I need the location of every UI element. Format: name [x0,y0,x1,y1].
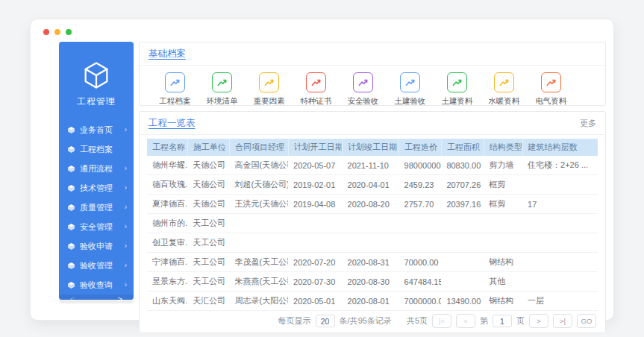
project-list-title[interactable]: 工程一览表 [149,117,196,130]
cube-logo-icon [81,60,112,91]
archive-shortcut[interactable]: 工程档案 [151,72,198,107]
archive-shortcut-label: 土建资料 [442,96,473,107]
cell-structure-type [484,233,522,253]
table-column-header[interactable]: 工程造价 [399,139,442,156]
archive-card-header: 基础档案 [140,42,605,66]
archive-section-title[interactable]: 基础档案 [149,48,186,60]
table-column-header[interactable]: 计划开工日期 [288,139,342,156]
cell-planned-end-date: 2020-08-01 [343,292,399,311]
page-suffix-label: 页 [516,315,525,327]
sidebar-menu-item[interactable]: 质量管理 › [59,198,134,217]
table-column-header[interactable]: 工程面积 [441,139,484,156]
archive-shortcut[interactable]: 电气资料 [528,72,575,107]
cell-building-floors [522,175,598,195]
cell-planned-start-date: 2020-07-30 [288,272,342,292]
cell-structure-type: 框剪 [484,175,522,195]
minimize-window-icon[interactable] [54,29,60,35]
archive-shortcut-label: 电气资料 [536,96,567,107]
table-row[interactable]: 山东天阀... 天汇公司 周志录(大阳公司) 2020-05-01 2020-0… [147,292,598,311]
prev-page-button[interactable]: < [456,314,475,328]
box-icon [67,126,75,134]
cell-project-name: 山东天阀... [147,292,187,311]
table-row[interactable]: 昱景东方... 天工公司 朱燕燕(天工公司) 2020-07-30 2020-0… [147,272,598,292]
close-window-icon[interactable] [43,29,49,35]
maximize-window-icon[interactable] [66,29,72,35]
next-page-button[interactable]: > [529,314,548,328]
table-column-header[interactable]: 计划竣工日期 [343,139,399,156]
sidebar-menu-item[interactable]: 验收管理 › [59,256,134,275]
table-row[interactable]: 德州华耀... 天德公司 高金国(天德公司) 2020-05-07 2021-1… [147,156,598,175]
cell-planned-end-date [343,214,399,233]
cell-planned-start-date: 2020-05-07 [288,156,342,175]
per-page-input[interactable] [316,315,335,327]
archive-shortcut[interactable]: 土建资料 [434,72,481,107]
cell-building-floors [522,253,598,272]
box-icon [67,145,75,154]
trend-chart-icon [353,72,373,92]
cell-building-floors: 17 [522,195,598,214]
sidebar-menu-item[interactable]: 安全管理 › [59,217,134,236]
cell-building-floors: 住宅楼：2+26 ... [522,156,598,175]
table-row[interactable]: 德百玫瑰... 天德公司 刘超(天德公司) 2019-02-01 2020-04… [147,175,598,195]
trend-chart-icon [165,72,185,92]
cell-structure-type [484,214,522,233]
table-column-header[interactable]: 施工单位 [187,139,229,156]
sidebar-menu-item[interactable]: 通用流程 › [59,159,134,178]
sidebar-item-label: 工程档案 [80,144,113,155]
cell-project-area: 80830.00 [441,156,484,175]
cell-project-cost: 7000000.00 [399,292,442,311]
records-count-label: 条/共95条记录 [340,315,392,327]
archive-shortcut-label: 土建验收 [395,96,426,107]
cell-project-manager: 刘超(天德公司) [230,175,289,195]
box-icon [67,184,75,192]
go-button[interactable]: GO [577,314,596,328]
first-page-button[interactable]: |< [432,314,451,328]
more-link[interactable]: 更多 [580,118,596,129]
archive-shortcut[interactable]: 特种证书 [293,72,340,107]
cell-construction-unit: 天德公司 [187,156,229,175]
table-row[interactable]: 夏津德百... 天德公司 王洪元(天德公司) 2019-04-08 2020-0… [147,195,598,214]
table-column-header[interactable]: 工程名称 [147,139,187,156]
table-column-header[interactable]: 建筑结构层数 [522,139,598,156]
box-icon [67,165,75,173]
last-page-button[interactable]: >| [553,314,572,328]
cell-project-cost: 2757.70 [399,195,442,214]
sidebar-menu-item[interactable]: 技术管理 › [59,178,134,198]
table-column-header[interactable]: 合同项目经理 [230,139,289,156]
per-page-label: 每页显示 [278,315,311,327]
archive-shortcut[interactable]: 重要因素 [246,72,293,107]
cell-planned-start-date: 2020-05-01 [288,292,342,311]
sidebar-menu-item[interactable]: 验收查询 › [59,275,134,295]
archive-shortcut[interactable]: 水暖资料 [481,72,528,107]
archive-shortcut-label: 工程档案 [160,96,191,107]
cell-construction-unit: 天汇公司 [187,292,229,311]
trend-chart-icon [447,72,467,92]
sidebar-collapse-right-icon[interactable]: > [118,295,122,303]
box-icon [67,281,75,289]
archive-shortcut[interactable]: 土建验收 [387,72,434,107]
archive-shortcut[interactable]: 环境清单 [198,72,246,107]
table-row[interactable]: 宁津德百... 天工公司 李茂盈(天工公司) 2020-07-20 2020-0… [147,253,598,272]
table-column-header[interactable]: 结构类型 [484,139,522,156]
cell-project-name: 宁津德百... [147,253,187,272]
table-row[interactable]: 德州市的... 天工公司 [147,214,598,233]
page-number-input[interactable] [493,315,512,327]
sidebar-collapse-left-icon[interactable]: < [70,295,75,303]
sidebar-item-label: 业务首页 [80,125,113,136]
table-row[interactable]: 创卫复审... 天工公司 [147,233,598,253]
page-prefix-label: 第 [480,315,488,327]
cell-planned-end-date: 2020-08-31 [343,253,399,272]
archive-shortcut-label: 环境清单 [207,96,238,107]
sidebar-menu-item[interactable]: 工程档案 › [59,139,134,159]
sidebar-menu-item[interactable]: 验收申请 › [59,236,134,256]
cell-project-manager: 朱燕燕(天工公司) [230,272,289,292]
cell-planned-end-date [343,233,399,253]
sidebar-menu-item[interactable]: 业务首页 › [59,120,134,139]
cell-construction-unit: 天工公司 [187,233,229,253]
cell-project-area [441,233,484,253]
main-area: 基础档案 [139,42,606,300]
cell-structure-type: 钢结构 [484,292,522,311]
archive-shortcut-label: 重要因素 [254,96,285,107]
archive-shortcut[interactable]: 安全验收 [340,72,387,107]
sidebar-footer: < > [59,295,134,303]
